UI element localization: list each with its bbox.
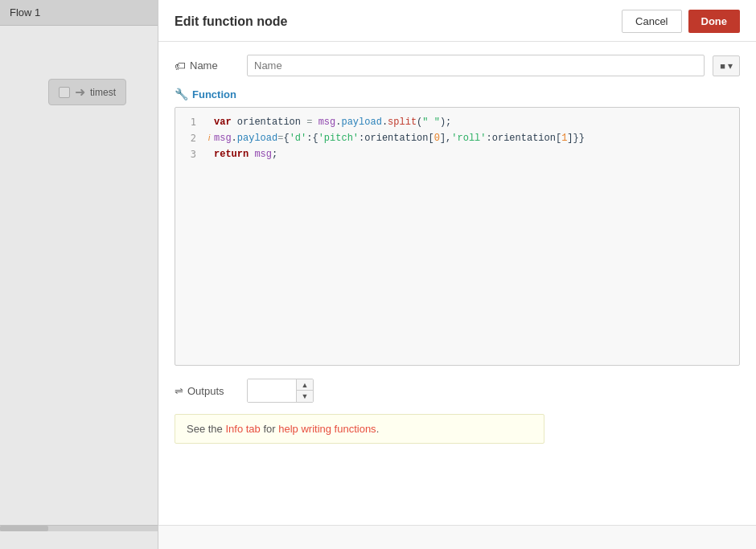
wrench-icon: 🔧: [175, 88, 188, 100]
dropdown-icon: ■: [720, 61, 725, 71]
code-lines: 1 var orientation = msg.payload.split(" …: [175, 108, 739, 365]
split-icon: ⇌: [175, 385, 183, 397]
outputs-label-text: Outputs: [187, 385, 224, 397]
info-text-before: See the: [187, 423, 225, 435]
header-buttons: Cancel Done: [622, 10, 740, 33]
outputs-decrement-button[interactable]: ▼: [297, 391, 313, 402]
panel-header: Edit function node Cancel Done: [158, 0, 756, 42]
name-label-text: Name: [190, 59, 218, 72]
node-label: timest: [90, 87, 116, 98]
outputs-spinner: 1 ▲ ▼: [247, 379, 314, 403]
line-content-2: msg.payload={'d':{'pitch':orientation[0]…: [214, 131, 585, 145]
outputs-row: ⇌ Outputs 1 ▲ ▼: [175, 379, 740, 403]
line-indicator-2: i: [204, 131, 214, 145]
info-text-after: .: [376, 423, 380, 435]
horizontal-scrollbar[interactable]: [0, 525, 158, 531]
function-section-label: 🔧 Function: [175, 88, 740, 100]
help-link[interactable]: help writing functions: [278, 423, 376, 435]
line-number-3: 3: [175, 147, 204, 162]
node-arrow-icon: ➜: [75, 84, 85, 100]
spinner-buttons: ▲ ▼: [296, 379, 313, 402]
code-line-1: 1 var orientation = msg.payload.split(" …: [175, 114, 739, 130]
dropdown-arrow: ▾: [728, 60, 733, 72]
flow-tab[interactable]: Flow 1: [0, 0, 158, 26]
name-dropdown-button[interactable]: ■ ▾: [713, 55, 740, 76]
cancel-button[interactable]: Cancel: [622, 10, 681, 33]
outputs-input[interactable]: 1: [248, 379, 296, 402]
scrollbar-thumb: [0, 526, 48, 531]
outputs-label: ⇌ Outputs: [175, 385, 239, 397]
name-input[interactable]: [247, 55, 705, 76]
tag-icon: 🏷: [175, 59, 186, 72]
node-checkbox[interactable]: [59, 87, 70, 98]
outputs-increment-button[interactable]: ▲: [297, 379, 313, 391]
function-label-text: Function: [192, 88, 236, 100]
name-label: 🏷 Name: [175, 59, 239, 72]
flow-canvas: Flow 1 ➜ timest: [0, 0, 158, 549]
panel-title: Edit function node: [175, 14, 287, 29]
panel-body: 🏷 Name ■ ▾ 🔧 Function 1 var orientation …: [158, 42, 756, 525]
panel-footer: [158, 525, 756, 549]
line-content-3: return msg;: [214, 147, 277, 162]
done-button[interactable]: Done: [688, 10, 741, 33]
line-number-1: 1: [175, 115, 204, 129]
code-editor[interactable]: 1 var orientation = msg.payload.split(" …: [175, 107, 740, 366]
code-line-2: 2 i msg.payload={'d':{'pitch':orientatio…: [175, 130, 739, 146]
info-text-middle: for: [261, 423, 278, 435]
edit-panel: Edit function node Cancel Done 🏷 Name ■ …: [158, 0, 756, 549]
info-box: See the Info tab for help writing functi…: [175, 414, 544, 444]
flow-tab-label: Flow 1: [10, 6, 40, 18]
flow-node[interactable]: ➜ timest: [48, 79, 126, 105]
code-line-3: 3 return msg;: [175, 146, 739, 162]
info-tab-link[interactable]: Info tab: [225, 423, 260, 435]
line-number-2: 2: [175, 131, 204, 145]
name-row: 🏷 Name ■ ▾: [175, 55, 740, 76]
line-content-1: var orientation = msg.payload.split(" ")…: [214, 115, 451, 129]
